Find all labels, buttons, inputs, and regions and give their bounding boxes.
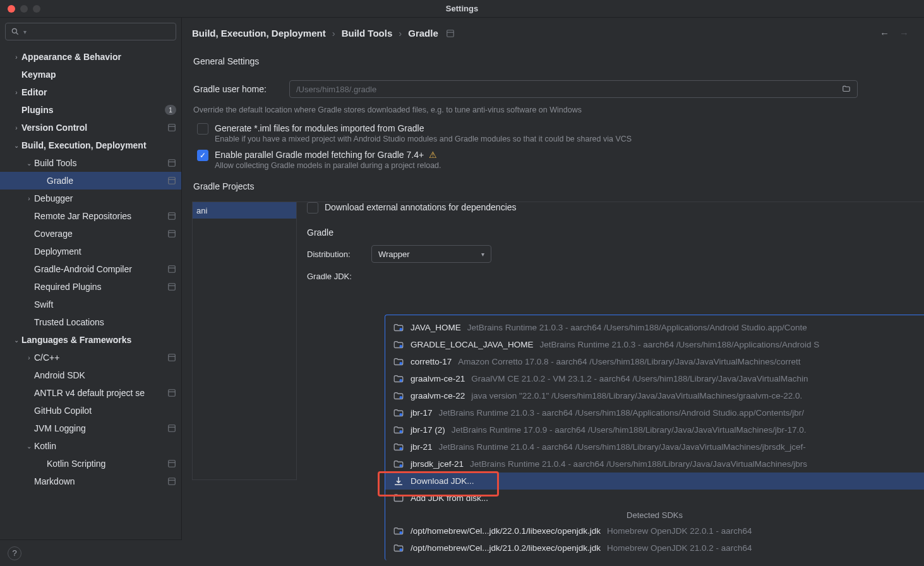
breadcrumb-item[interactable]: Build, Execution, Deployment bbox=[192, 28, 326, 39]
chevron-right-icon: › bbox=[24, 354, 34, 361]
folder-jdk-icon bbox=[393, 339, 404, 351]
jdk-option-label: GRADLE_LOCAL_JAVA_HOME bbox=[411, 340, 534, 349]
jdk-option-label: /opt/homebrew/Cel...jdk/22.0.1/libexec/o… bbox=[411, 526, 601, 536]
jdk-option[interactable]: jbr-17 JetBrains Runtime 21.0.3 - aarch6… bbox=[385, 404, 924, 421]
tree-item[interactable]: ANTLR v4 default project se bbox=[0, 384, 181, 402]
tree-item[interactable]: ⌄Languages & Frameworks bbox=[0, 331, 181, 349]
tree-item[interactable]: Plugins1 bbox=[0, 101, 181, 119]
download-jdk-item[interactable]: Download JDK... bbox=[385, 473, 924, 490]
jdk-option[interactable]: graalvm-ce-22 java version "22.0.1" /Use… bbox=[385, 387, 924, 404]
project-scope-icon bbox=[167, 282, 176, 291]
download-icon bbox=[393, 476, 404, 487]
distribution-label: Distribution: bbox=[307, 250, 364, 259]
jdk-option[interactable]: GRADLE_LOCAL_JAVA_HOME JetBrains Runtime… bbox=[385, 336, 924, 353]
tree-item[interactable]: Swift bbox=[0, 296, 181, 313]
project-item[interactable]: ani bbox=[193, 202, 296, 219]
breadcrumb-item[interactable]: Build Tools bbox=[342, 28, 393, 39]
folder-jdk-icon bbox=[393, 526, 404, 537]
tree-item[interactable]: GitHub Copilot bbox=[0, 402, 181, 419]
tree-item[interactable]: JVM Logging bbox=[0, 419, 181, 437]
window-controls bbox=[8, 5, 40, 13]
tree-item[interactable]: ›C/C++ bbox=[0, 349, 181, 366]
tree-item[interactable]: Deployment bbox=[0, 243, 181, 260]
jdk-option[interactable]: /opt/homebrew/Cel...jdk/21.0.2/libexec/o… bbox=[385, 539, 924, 557]
project-scope-icon bbox=[167, 212, 176, 220]
breadcrumb: Build, Execution, Deployment › Build Too… bbox=[192, 28, 924, 39]
svg-rect-10 bbox=[169, 425, 176, 432]
tree-item-label: Kotlin bbox=[34, 441, 176, 451]
tree-item[interactable]: Android SDK bbox=[0, 366, 181, 384]
folder-icon[interactable] bbox=[842, 85, 851, 93]
svg-rect-5 bbox=[169, 231, 176, 238]
folder-jdk-icon bbox=[393, 390, 404, 402]
jdk-option-sub: JetBrains Runtime 21.0.3 - aarch64 /User… bbox=[439, 408, 805, 418]
annotations-label[interactable]: Download external annotations for depend… bbox=[325, 202, 517, 212]
tree-item[interactable]: Required Plugins bbox=[0, 278, 181, 296]
tree-item[interactable]: ›Version Control bbox=[0, 119, 181, 136]
help-button[interactable]: ? bbox=[8, 546, 21, 560]
iml-label[interactable]: Generate *.iml files for modules importe… bbox=[215, 123, 632, 133]
jdk-option[interactable]: graalvm-ce-21 GraalVM CE 21.0.2 - VM 23.… bbox=[385, 370, 924, 387]
parallel-checkbox[interactable]: ✓ bbox=[197, 150, 208, 161]
svg-rect-2 bbox=[169, 160, 176, 167]
jdk-option-label: jbr-21 bbox=[411, 442, 433, 452]
footer: ? bbox=[0, 539, 182, 566]
project-scope-icon bbox=[167, 265, 176, 274]
tree-item[interactable]: Trusted Locations bbox=[0, 313, 181, 331]
gradle-home-placeholder: /Users/him188/.gradle bbox=[296, 85, 376, 94]
search-input[interactable]: ▾ bbox=[5, 23, 176, 40]
minimize-window-button[interactable] bbox=[20, 5, 28, 13]
tree-item[interactable]: ⌄Build Tools bbox=[0, 154, 181, 172]
iml-checkbox[interactable] bbox=[197, 123, 208, 135]
tree-item[interactable]: ⌄Build, Execution, Deployment bbox=[0, 136, 181, 154]
jdk-option-label: graalvm-ce-22 bbox=[411, 391, 465, 400]
jdk-option[interactable]: corretto-17 Amazon Corretto 17.0.8 - aar… bbox=[385, 353, 924, 370]
parallel-label[interactable]: Enable parallel Gradle model fetching fo… bbox=[215, 150, 424, 160]
tree-item-label: Trusted Locations bbox=[34, 317, 176, 327]
tree-item[interactable]: Gradle bbox=[0, 172, 181, 190]
gradle-home-label: Gradle user home: bbox=[193, 84, 282, 94]
svg-point-16 bbox=[400, 362, 403, 365]
tree-item[interactable]: Remote Jar Repositories bbox=[0, 207, 181, 225]
annotations-checkbox[interactable] bbox=[307, 202, 318, 214]
jdk-option[interactable]: JAVA_HOME JetBrains Runtime 21.0.3 - aar… bbox=[385, 319, 924, 336]
maximize-window-button[interactable] bbox=[33, 5, 40, 13]
tree-item[interactable]: ⌄Kotlin bbox=[0, 437, 181, 455]
svg-rect-9 bbox=[169, 390, 176, 397]
nav-forward-button[interactable]: → bbox=[899, 28, 909, 39]
settings-tree: ›Appearance & BehaviorKeymap›EditorPlugi… bbox=[0, 45, 181, 539]
project-scope-icon bbox=[167, 477, 176, 486]
gradle-home-input[interactable]: /Users/him188/.gradle bbox=[289, 80, 858, 98]
folder-jdk-icon bbox=[393, 459, 404, 470]
project-scope-icon bbox=[167, 176, 176, 185]
svg-point-20 bbox=[400, 430, 403, 433]
jdk-option[interactable]: jbr-21 JetBrains Runtime 21.0.4 - aarch6… bbox=[385, 438, 924, 455]
chevron-down-icon: ⌄ bbox=[11, 142, 21, 149]
tree-item[interactable]: ›Editor bbox=[0, 83, 181, 101]
tree-item-label: Kotlin Scripting bbox=[47, 459, 165, 469]
jdk-option-label: jbrsdk_jcef-21 bbox=[411, 459, 464, 469]
tree-item-label: Swift bbox=[34, 299, 176, 310]
tree-item[interactable]: ›Appearance & Behavior bbox=[0, 48, 181, 66]
tree-item[interactable]: Keymap bbox=[0, 66, 181, 83]
tree-item[interactable]: ›Debugger bbox=[0, 190, 181, 207]
project-scope-icon bbox=[167, 459, 176, 468]
tree-item-label: Languages & Frameworks bbox=[21, 335, 176, 345]
jdk-option-label: corretto-17 bbox=[411, 357, 452, 366]
add-jdk-from-disk-item[interactable]: Add JDK from disk... bbox=[385, 490, 924, 507]
breadcrumb-item-current: Gradle bbox=[408, 28, 438, 39]
jdk-option-sub: Homebrew OpenJDK 21.0.2 - aarch64 bbox=[607, 543, 752, 553]
tree-item[interactable]: Markdown bbox=[0, 473, 181, 490]
project-scope-icon bbox=[167, 388, 176, 397]
tree-item[interactable]: Kotlin Scripting bbox=[0, 455, 181, 473]
jdk-option[interactable]: jbr-17 (2) JetBrains Runtime 17.0.9 - aa… bbox=[385, 421, 924, 438]
tree-item[interactable]: Gradle-Android Compiler bbox=[0, 260, 181, 278]
svg-point-23 bbox=[400, 531, 403, 534]
nav-back-button[interactable]: ← bbox=[880, 28, 889, 39]
distribution-dropdown[interactable]: Wrapper ▾ bbox=[371, 245, 491, 263]
close-window-button[interactable] bbox=[8, 5, 15, 13]
jdk-option-sub: java version "22.0.1" /Users/him188/Libr… bbox=[471, 391, 802, 400]
jdk-option[interactable]: jbrsdk_jcef-21 JetBrains Runtime 21.0.4 … bbox=[385, 455, 924, 473]
jdk-option[interactable]: /opt/homebrew/Cel...jdk/22.0.1/libexec/o… bbox=[385, 522, 924, 539]
tree-item[interactable]: Coverage bbox=[0, 225, 181, 243]
